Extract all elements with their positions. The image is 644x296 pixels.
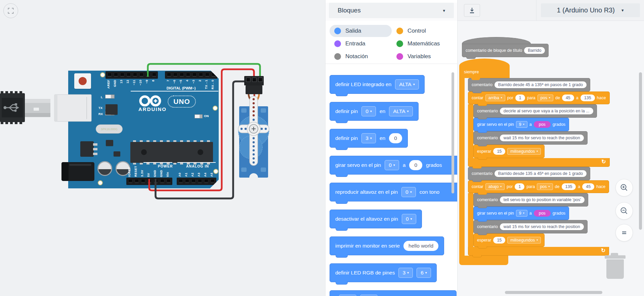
palette-block[interactable]: definir LED RGB de pines3▾6▾ xyxy=(330,263,437,282)
block-dropdown[interactable]: 9▾ xyxy=(516,210,527,217)
category-entrada[interactable]: Entrada xyxy=(330,38,392,50)
block-dropdown[interactable]: 0▾ xyxy=(361,106,376,116)
block-value-field[interactable]: 0 xyxy=(409,160,422,170)
zoom-out-button[interactable] xyxy=(615,202,633,220)
block-dropdown[interactable]: ALTA▾ xyxy=(395,79,419,89)
download-code-button[interactable] xyxy=(464,4,480,17)
palette-block[interactable]: imprimir en monitor en seriehello world xyxy=(330,236,444,255)
block-dropdown[interactable]: 0▾ xyxy=(402,214,416,224)
usb-plug[interactable] xyxy=(0,91,50,124)
control-block[interactable]: esperar15milisegundos▾ xyxy=(473,145,545,158)
dropdown-value: pos xyxy=(541,96,547,100)
variable-chip[interactable]: pos xyxy=(534,121,551,128)
block-value-field[interactable]: 1 xyxy=(515,95,525,101)
block-dropdown[interactable]: 0▾ xyxy=(401,187,416,197)
block-dropdown[interactable]: 3▾ xyxy=(398,268,413,278)
block-value-field[interactable]: hello world xyxy=(403,241,438,251)
variable-chip[interactable]: pos xyxy=(534,210,551,217)
block-value-field[interactable]: 0 xyxy=(389,133,402,143)
output-block[interactable]: girar servo en el pin9▾aposgrados xyxy=(473,207,569,220)
dropdown-value: 9 xyxy=(519,211,521,216)
block-value-field[interactable]: 1 xyxy=(515,183,524,190)
trash-dropzone[interactable] xyxy=(605,253,626,279)
palette-block[interactable]: girar servo en el pin0▾a0grados xyxy=(330,156,457,175)
block-value-field[interactable]: Barrido desde 45 a 135ª en pasos de 1 gr… xyxy=(495,81,587,88)
comment-block[interactable]: comentarioBarrido desde 45 a 135ª en pas… xyxy=(468,78,590,91)
comment-block[interactable]: comentariowait 15 ms for servo to reach … xyxy=(473,220,588,233)
trash-icon xyxy=(611,253,618,255)
block-dropdown[interactable]: pos▾ xyxy=(538,95,553,101)
zoom-fit-button[interactable] xyxy=(615,224,633,242)
loop-footer[interactable]: ↻ xyxy=(468,247,609,256)
palette-block[interactable]: definir pin3▾en0 xyxy=(330,129,408,148)
category-variables[interactable]: Variables xyxy=(392,50,453,63)
count-loop-block: contararriba▾por1parapos▾de45a135hacecom… xyxy=(468,91,610,167)
blocks-canvas[interactable]: comentario de bloque de títuloBarrido si… xyxy=(458,21,644,296)
loop-header[interactable]: contararriba▾por1parapos▾de45a135hace xyxy=(468,91,610,104)
loop-footer[interactable]: ↻ xyxy=(468,158,610,167)
dropdown-caret-icon: ▾ xyxy=(549,97,550,99)
block-text: grados xyxy=(553,122,565,127)
block-value-field[interactable]: 135 xyxy=(562,183,576,190)
category-control[interactable]: Control xyxy=(392,25,453,37)
block-dropdown[interactable]: arriba▾ xyxy=(485,95,505,101)
block-dropdown[interactable] xyxy=(339,295,356,296)
block-value-field[interactable]: Barrido desde 135 a 45ª en pasos de 1 gr… xyxy=(495,170,587,177)
palette-block[interactable]: definir LED integrado enALTA▾ xyxy=(330,75,425,94)
block-value-field[interactable]: 45 xyxy=(562,95,574,101)
block-dropdown[interactable]: abajo▾ xyxy=(485,183,505,190)
workspace-vertical-scrollbar[interactable] xyxy=(639,72,642,230)
palette-view-dropdown[interactable]: Bloques ▾ xyxy=(329,3,454,18)
palette-block[interactable]: definir pin0▾enALTA▾ xyxy=(330,102,419,121)
block-dropdown[interactable]: ALTA▾ xyxy=(389,106,413,116)
dropdown-caret-icon: ▾ xyxy=(370,110,372,113)
palette-block[interactable]: reproducir altavoz en el pin0▾con tono xyxy=(330,183,457,201)
forever-label: siempre xyxy=(459,66,510,78)
block-value-field[interactable]: decirle al servo que vaya a la posición … xyxy=(500,108,593,114)
block-value-field[interactable]: Barrido xyxy=(524,47,545,54)
block-dropdown[interactable] xyxy=(360,295,378,296)
zoom-in-button[interactable] xyxy=(615,179,633,196)
block-value-field[interactable]: 135 xyxy=(581,95,595,101)
comment-block[interactable]: comentariotell servo to go to position i… xyxy=(473,193,588,207)
board-selector-dropdown[interactable]: 1 (Arduino Uno R3) ▾ xyxy=(541,3,640,17)
block-dropdown[interactable]: 3▾ xyxy=(361,133,376,143)
servo-motor[interactable] xyxy=(238,96,269,182)
palette-header: Bloques ▾ xyxy=(326,3,457,24)
comment-block[interactable]: comentariowait 15 ms for servo to reach … xyxy=(473,131,588,145)
block-dropdown[interactable]: 0▾ xyxy=(385,160,399,170)
block-text: esperar xyxy=(477,238,491,243)
control-block[interactable]: esperar15milisegundos▾ xyxy=(473,233,545,247)
category-salida[interactable]: Salida xyxy=(330,25,392,37)
circuit-canvas[interactable]: AREFGND1312~11~10~98 7~6~54~32TX→1RX←0 D… xyxy=(0,0,325,296)
wire-black-ground[interactable] xyxy=(156,81,247,198)
palette-block[interactable]: desactivar el altavoz en pin0▾ xyxy=(330,210,422,228)
block-value-field[interactable]: 15 xyxy=(493,237,505,244)
usb-port xyxy=(54,95,91,121)
block-value-field[interactable]: wait 15 ms for servo to reach the positi… xyxy=(500,223,584,230)
category-notacion[interactable]: Notación xyxy=(330,50,392,63)
block-text: definir LED integrado en xyxy=(335,81,391,87)
loop-header[interactable]: contarabajo▾por1parapos▾de135a45hace xyxy=(468,180,609,193)
dropdown-value: pos xyxy=(540,184,547,189)
palette-scrollbar[interactable] xyxy=(452,72,454,193)
wire-green-signal[interactable] xyxy=(148,64,260,79)
comment-block[interactable]: comentarioBarrido desde 135 a 45ª en pas… xyxy=(468,167,590,180)
forever-loop-block[interactable]: siempre comentarioBarrido desde 45 a 135… xyxy=(459,59,610,265)
title-comment-block[interactable]: comentario de bloque de títuloBarrido xyxy=(462,37,610,57)
category-matematicas[interactable]: Matemáticas xyxy=(392,38,453,50)
workspace-horizontal-scrollbar[interactable] xyxy=(505,291,602,294)
block-value-field[interactable]: tell servo to go to position in variable… xyxy=(500,196,585,203)
block-dropdown[interactable]: milisegundos▾ xyxy=(507,148,541,155)
block-value-field[interactable]: wait 15 ms for servo to reach the positi… xyxy=(500,135,584,141)
block-dropdown[interactable]: pos▾ xyxy=(537,183,553,190)
output-block[interactable]: girar servo en el pin9▾aposgrados xyxy=(473,118,569,131)
block-value-field[interactable]: 15 xyxy=(493,148,505,155)
block-value-field[interactable]: 45 xyxy=(582,183,594,190)
palette-block[interactable] xyxy=(330,290,457,296)
block-dropdown[interactable]: 6▾ xyxy=(417,268,431,278)
comment-block[interactable]: comentariodecirle al servo que vaya a la… xyxy=(473,104,597,118)
block-dropdown[interactable]: 9▾ xyxy=(516,121,527,128)
block-dropdown[interactable]: milisegundos▾ xyxy=(507,237,541,244)
dropdown-value: abajo xyxy=(488,184,499,189)
